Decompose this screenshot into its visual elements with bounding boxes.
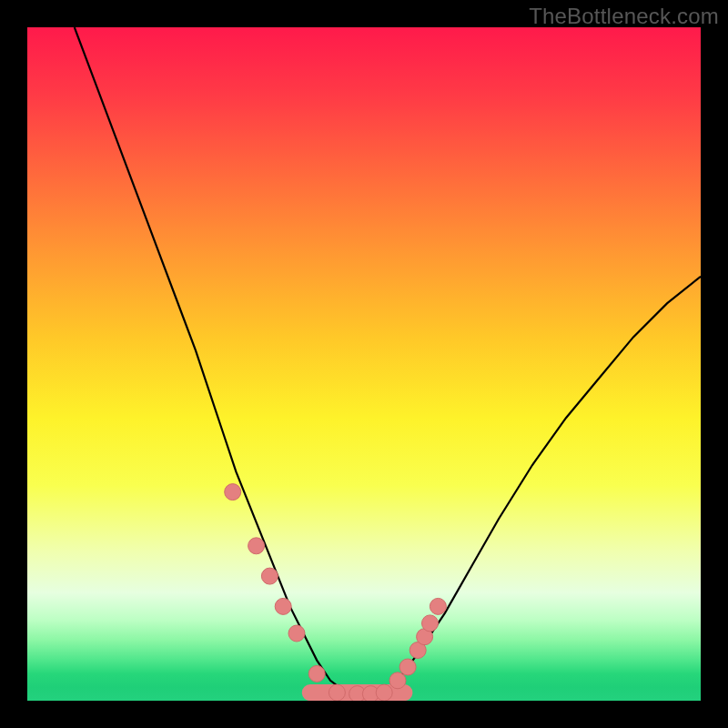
- marker-dot: [329, 684, 345, 701]
- marker-dot: [225, 484, 241, 500]
- marker-dot: [248, 538, 265, 554]
- marker-group: [225, 484, 447, 701]
- marker-dot: [389, 672, 406, 689]
- chart-frame: TheBottleneck.com: [0, 0, 728, 728]
- bottleneck-curve: [75, 27, 701, 694]
- marker-dot: [308, 665, 325, 682]
- marker-dot: [422, 615, 439, 632]
- marker-dot: [261, 568, 278, 584]
- marker-dot: [275, 598, 291, 614]
- marker-dot: [399, 659, 416, 675]
- watermark-text: TheBottleneck.com: [529, 4, 719, 29]
- marker-dot: [376, 684, 392, 701]
- marker-dot: [288, 625, 305, 642]
- plot-area: [27, 27, 701, 701]
- marker-dot: [430, 598, 446, 614]
- curve-svg: [27, 27, 701, 701]
